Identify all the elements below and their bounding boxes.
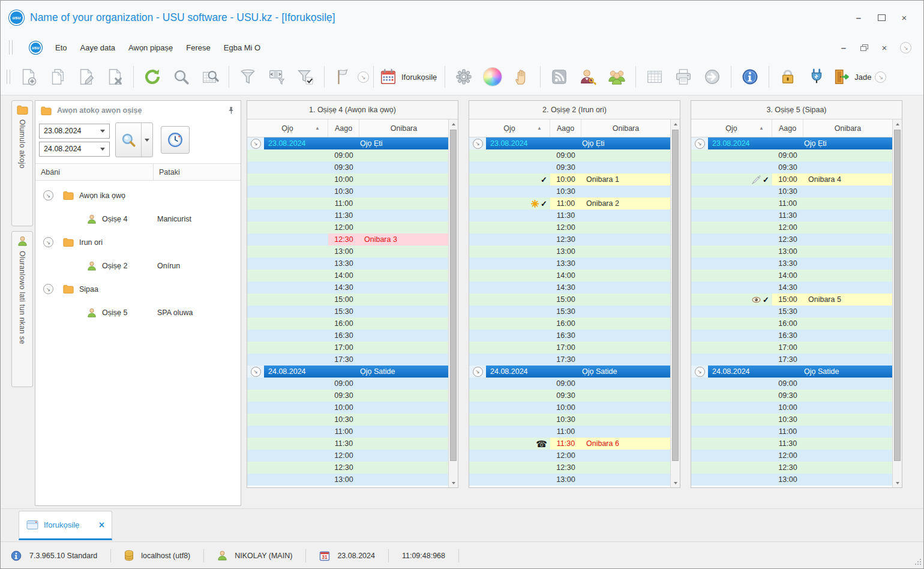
slot-time-cell[interactable]: 13:00 xyxy=(772,474,803,486)
time-slot-row[interactable]: 13:30 xyxy=(691,257,892,269)
slot-client-cell[interactable] xyxy=(803,281,892,294)
scroll-down-icon[interactable] xyxy=(671,478,680,487)
slot-time-cell[interactable]: 13:00 xyxy=(328,245,359,257)
slot-client-cell[interactable] xyxy=(803,245,892,257)
slot-day-cell[interactable] xyxy=(469,257,550,269)
slot-client-cell[interactable] xyxy=(803,161,892,173)
slot-client-cell[interactable] xyxy=(581,330,670,342)
time-slot-row[interactable]: 09:30 xyxy=(691,390,892,402)
slot-client-cell[interactable] xyxy=(359,149,448,161)
slot-client-cell[interactable]: Onibara 6 xyxy=(581,438,670,450)
slot-day-cell[interactable] xyxy=(247,354,328,366)
side-tab-agent-redo[interactable]: Oluranlowo lati tun nkan se xyxy=(11,231,33,387)
slot-client-cell[interactable] xyxy=(803,342,892,354)
slot-day-cell[interactable] xyxy=(691,161,772,173)
slot-client-cell[interactable] xyxy=(803,209,892,221)
slot-time-cell[interactable]: 15:30 xyxy=(328,306,359,318)
date-row[interactable]: ↘24.08.2024Ọjọ Satide xyxy=(691,366,892,378)
slot-day-cell[interactable] xyxy=(691,245,772,257)
minimize-button[interactable]: – xyxy=(854,13,863,23)
slot-day-cell[interactable]: ✓ xyxy=(469,173,550,185)
time-slot-row[interactable]: 10:30 xyxy=(247,414,448,426)
users-group-button[interactable] xyxy=(602,62,631,91)
slot-time-cell[interactable]: 17:30 xyxy=(328,354,359,366)
slot-client-cell[interactable] xyxy=(581,185,670,197)
slot-day-cell[interactable] xyxy=(469,281,550,294)
toolbar-overflow-chevron-icon[interactable]: ↘ xyxy=(358,71,369,83)
slot-day-cell[interactable] xyxy=(247,185,328,197)
filter-button[interactable] xyxy=(233,62,262,91)
slot-day-cell[interactable]: ✓ xyxy=(469,197,550,209)
time-slot-row[interactable]: 09:30 xyxy=(469,161,670,173)
slot-time-cell[interactable]: 09:00 xyxy=(550,149,581,161)
slot-client-cell[interactable] xyxy=(803,221,892,233)
slot-client-cell[interactable] xyxy=(581,414,670,426)
slot-time-cell[interactable]: 15:00 xyxy=(550,294,581,306)
time-slot-row[interactable]: 16:30 xyxy=(691,330,892,342)
slot-day-cell[interactable] xyxy=(247,161,328,173)
scrollbar-thumb[interactable] xyxy=(450,130,457,461)
slot-client-cell[interactable] xyxy=(803,269,892,281)
slot-time-cell[interactable]: 12:00 xyxy=(328,221,359,233)
slot-day-cell[interactable] xyxy=(247,414,328,426)
child-restore-button[interactable] xyxy=(859,43,869,52)
slot-day-cell[interactable] xyxy=(691,281,772,294)
slot-client-cell[interactable] xyxy=(581,269,670,281)
slot-client-cell[interactable] xyxy=(803,414,892,426)
time-slot-row[interactable]: 16:00 xyxy=(469,318,670,330)
slot-day-cell[interactable] xyxy=(469,450,550,462)
slot-day-cell[interactable] xyxy=(691,209,772,221)
date-from-input[interactable]: 23.08.2024 xyxy=(39,124,110,139)
time-slot-row[interactable]: 12:00 xyxy=(247,450,448,462)
pin-icon[interactable] xyxy=(227,106,235,115)
slot-day-cell[interactable] xyxy=(691,462,772,474)
time-button[interactable] xyxy=(161,126,190,154)
tree-group-row[interactable]: ↘Awọn ika ọwọ xyxy=(35,184,241,207)
slot-client-cell[interactable] xyxy=(803,378,892,390)
slot-time-cell[interactable]: 11:00 xyxy=(328,197,359,209)
slot-client-cell[interactable] xyxy=(359,450,448,462)
time-slot-row[interactable]: 10:00 xyxy=(247,402,448,414)
slot-client-cell[interactable] xyxy=(359,342,448,354)
time-slot-row[interactable]: 14:00 xyxy=(247,269,448,281)
time-slot-row[interactable]: 16:30 xyxy=(247,330,448,342)
time-slot-row[interactable]: 12:00 xyxy=(469,450,670,462)
slot-time-cell[interactable]: 14:00 xyxy=(328,269,359,281)
user-key-button[interactable] xyxy=(574,62,602,91)
time-slot-row[interactable]: 09:30 xyxy=(247,161,448,173)
time-slot-row[interactable]: 10:30 xyxy=(691,414,892,426)
time-slot-row[interactable]: 10:00 xyxy=(247,173,448,185)
search-split-button[interactable] xyxy=(115,122,153,157)
time-slot-row[interactable]: 12:00 xyxy=(691,221,892,233)
slot-time-cell[interactable]: 10:30 xyxy=(550,414,581,426)
slot-client-cell[interactable] xyxy=(581,354,670,366)
slot-client-cell[interactable] xyxy=(803,185,892,197)
time-slot-row[interactable]: 12:30 xyxy=(691,462,892,474)
date-row[interactable]: ↘24.08.2024Ọjọ Satide xyxy=(247,366,448,378)
time-slot-row[interactable]: 12:30Onibara 3 xyxy=(247,233,448,245)
slot-day-cell[interactable] xyxy=(691,233,772,245)
slot-client-cell[interactable] xyxy=(581,390,670,402)
time-slot-row[interactable]: 14:00 xyxy=(691,269,892,281)
slot-client-cell[interactable] xyxy=(359,402,448,414)
time-slot-row[interactable]: 14:30 xyxy=(691,281,892,294)
slot-client-cell[interactable] xyxy=(581,149,670,161)
slot-time-cell[interactable]: 17:00 xyxy=(550,342,581,354)
slot-time-cell[interactable]: 12:00 xyxy=(772,221,803,233)
slot-time-cell[interactable]: 16:00 xyxy=(328,318,359,330)
slot-day-cell[interactable] xyxy=(247,330,328,342)
resize-grip[interactable] xyxy=(914,558,922,567)
time-slot-row[interactable]: 15:30 xyxy=(691,306,892,318)
scroll-down-icon[interactable] xyxy=(449,478,458,487)
expand-arrow-icon[interactable]: ↘ xyxy=(473,367,483,377)
time-slot-row[interactable]: 13:30 xyxy=(469,257,670,269)
toolbar-overflow-chevron-icon[interactable]: ↘ xyxy=(875,71,886,83)
tab-iforukosile[interactable]: Iforukọsilẹ × xyxy=(19,511,112,540)
slot-client-cell[interactable] xyxy=(581,245,670,257)
time-slot-row[interactable]: 09:30 xyxy=(469,390,670,402)
slot-client-cell[interactable]: Onibara 4 xyxy=(803,173,892,185)
slot-client-cell[interactable] xyxy=(359,257,448,269)
slot-day-cell[interactable] xyxy=(469,233,550,245)
slot-time-cell[interactable]: 10:00 xyxy=(772,173,803,185)
slot-time-cell[interactable]: 10:30 xyxy=(328,414,359,426)
